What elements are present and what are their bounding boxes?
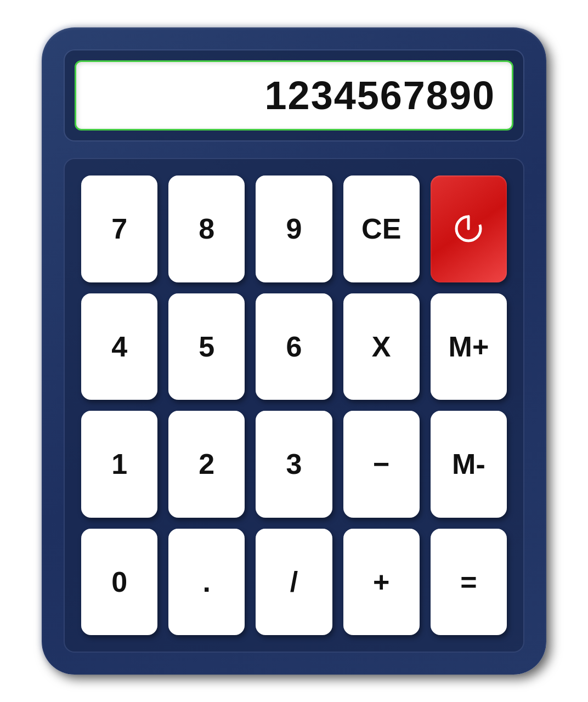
calculator: 1234567890 789CE 456XM+123−M-0./+= [42,27,546,675]
key-multiply[interactable]: X [343,293,420,400]
key-equals[interactable]: = [431,529,507,636]
display-wrapper: 1234567890 [64,49,524,141]
key-divide[interactable]: / [256,529,332,636]
key-7[interactable]: 7 [81,176,157,282]
key-6[interactable]: 6 [256,293,332,400]
key-4[interactable]: 4 [81,293,157,400]
key-memory-plus[interactable]: M+ [431,293,507,400]
key-3[interactable]: 3 [256,411,332,518]
key-8[interactable]: 8 [168,176,245,282]
display-screen: 1234567890 [75,60,513,131]
key-5[interactable]: 5 [168,293,245,400]
key-power[interactable] [431,176,507,282]
key-row-0: 789CE [81,176,507,282]
key-ce[interactable]: CE [343,176,420,282]
key-add[interactable]: + [343,529,420,636]
power-icon [452,212,485,245]
key-row-1: 456XM+ [81,293,507,400]
display-value: 1234567890 [265,73,495,118]
keypad: 789CE 456XM+123−M-0./+= [64,158,524,653]
key-1[interactable]: 1 [81,411,157,518]
key-0[interactable]: 0 [81,529,157,636]
key-2[interactable]: 2 [168,411,245,518]
key-row-2: 123−M- [81,411,507,518]
key-9[interactable]: 9 [256,176,332,282]
key-subtract[interactable]: − [343,411,420,518]
key-row-3: 0./+= [81,529,507,636]
key-decimal[interactable]: . [168,529,245,636]
key-memory-minus[interactable]: M- [431,411,507,518]
